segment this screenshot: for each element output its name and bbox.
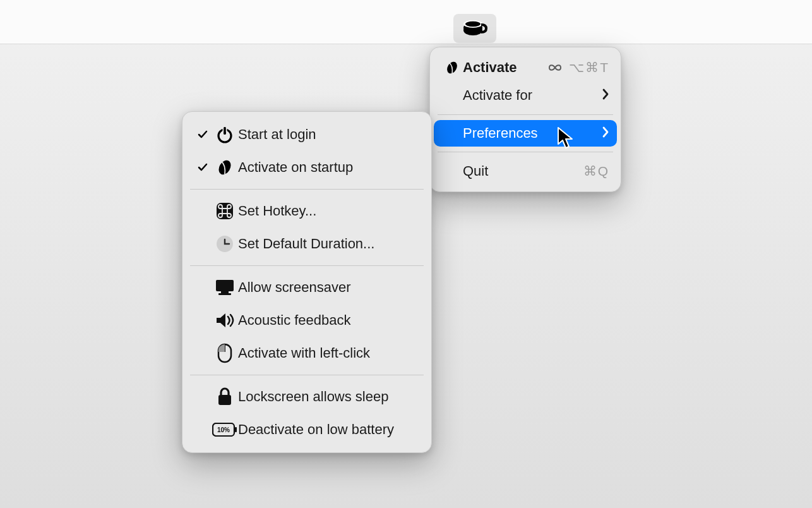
pref-label: Activate on startup — [238, 159, 417, 176]
svg-rect-13 — [221, 291, 229, 293]
pref-activate-left-click[interactable]: Activate with left-click — [182, 337, 431, 370]
battery-icon: 10% — [212, 423, 238, 437]
menu-item-label: Preferences — [463, 125, 595, 142]
checkmark-icon — [194, 129, 212, 140]
chevron-right-icon — [602, 125, 609, 142]
power-icon — [212, 125, 238, 144]
menu-item-activate-for[interactable]: Activate for — [430, 82, 621, 109]
svg-rect-19 — [235, 427, 237, 432]
main-menu: Activate ⌥⌘T Activate for Preferences Qu… — [429, 47, 621, 192]
coffee-cup-icon — [462, 16, 487, 41]
menu-item-activate[interactable]: Activate ⌥⌘T — [430, 54, 621, 82]
menu-separator — [438, 152, 613, 152]
menu-item-label: Activate — [463, 59, 542, 76]
pref-label: Start at login — [238, 126, 417, 143]
menu-item-label: Activate for — [463, 87, 595, 104]
infinity-icon — [547, 63, 563, 72]
pref-label: Deactivate on low battery — [238, 421, 417, 438]
menu-separator — [190, 375, 424, 375]
bean-icon — [212, 159, 238, 176]
pref-acoustic-feedback[interactable]: Acoustic feedback — [182, 304, 431, 337]
lock-icon — [212, 387, 238, 406]
pref-set-default-duration[interactable]: Set Default Duration... — [182, 227, 431, 260]
pref-label: Acoustic feedback — [238, 312, 417, 329]
svg-rect-8 — [224, 127, 226, 135]
menu-separator — [190, 265, 424, 266]
chevron-right-icon — [602, 87, 609, 104]
svg-rect-12 — [216, 280, 234, 291]
pref-label: Allow screensaver — [238, 279, 417, 296]
pref-set-hotkey[interactable]: Set Hotkey... — [182, 195, 431, 227]
menu-item-quit[interactable]: Quit ⌘Q — [430, 157, 621, 185]
menu-shortcut: ⌥⌘T — [569, 60, 609, 75]
preferences-submenu: Start at login Activate on startup Set H… — [182, 111, 432, 453]
svg-text:10%: 10% — [217, 426, 230, 433]
menu-shortcut: ⌘Q — [583, 164, 609, 179]
pref-label: Set Default Duration... — [238, 236, 417, 252]
menu-item-label: Quit — [463, 163, 577, 179]
svg-point-3 — [465, 21, 481, 27]
pref-start-at-login[interactable]: Start at login — [182, 118, 431, 151]
speaker-icon — [212, 311, 238, 329]
monitor-icon — [212, 279, 238, 296]
pref-allow-screensaver[interactable]: Allow screensaver — [182, 271, 431, 304]
pref-activate-on-startup[interactable]: Activate on startup — [182, 151, 431, 184]
checkmark-icon — [194, 162, 212, 173]
clock-icon — [212, 234, 238, 253]
pref-lockscreen-sleep[interactable]: Lockscreen allows sleep — [182, 380, 431, 413]
menu-item-preferences[interactable]: Preferences — [434, 120, 617, 147]
menu-separator — [438, 114, 613, 115]
bean-icon — [441, 61, 463, 75]
menubar — [0, 0, 812, 44]
svg-rect-17 — [218, 395, 231, 405]
command-key-icon — [212, 202, 238, 221]
menu-separator — [190, 189, 424, 190]
pref-deactivate-low-battery[interactable]: 10% Deactivate on low battery — [182, 413, 431, 446]
pref-label: Set Hotkey... — [238, 203, 417, 219]
pref-label: Lockscreen allows sleep — [238, 389, 417, 405]
pref-label: Activate with left-click — [238, 345, 417, 361]
mouse-icon — [212, 343, 238, 363]
menubar-app-icon[interactable] — [453, 14, 496, 43]
svg-rect-14 — [218, 293, 231, 295]
